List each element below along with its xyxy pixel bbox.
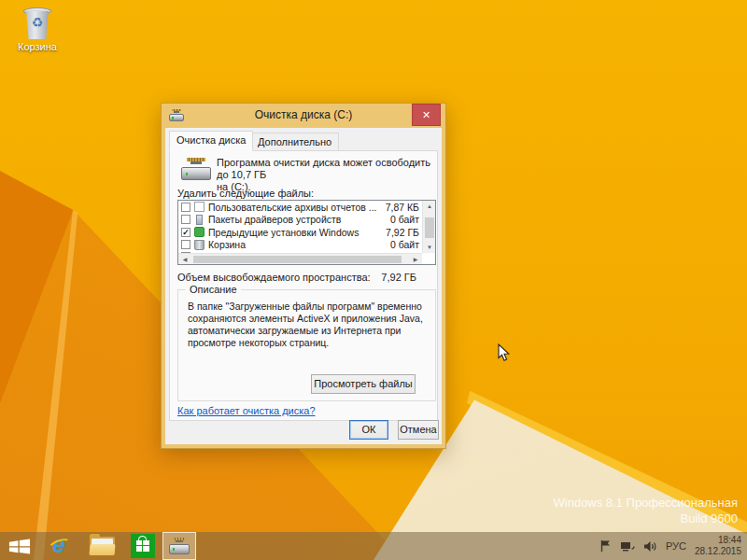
taskbar-clock[interactable]: 18:44 28.12.2015	[695, 535, 741, 557]
checkbox-checked[interactable]: ✓	[181, 228, 190, 237]
clock-time: 18:44	[695, 535, 741, 546]
checkbox-unchecked[interactable]	[181, 215, 190, 224]
cancel-button[interactable]: Отмена	[398, 420, 439, 440]
volume-icon[interactable]	[643, 540, 657, 553]
windows-logo-icon	[8, 538, 31, 555]
recycle-bin-label: Корзина	[15, 41, 60, 52]
checkbox-unchecked[interactable]	[181, 240, 190, 249]
taskbar: e	[0, 532, 747, 560]
file-category-size: 0 байт	[379, 214, 422, 225]
action-center-flag-icon[interactable]	[599, 539, 612, 553]
description-groupbox: Описание В папке "Загруженные файлы прог…	[177, 289, 436, 401]
tab-advanced[interactable]: Дополнительно	[250, 133, 339, 151]
horizontal-scroll-thumb[interactable]	[193, 256, 402, 263]
tab-disk-cleanup[interactable]: Очистка диска	[169, 131, 253, 151]
file-category-name: Пакеты драйверов устройств	[208, 214, 379, 225]
file-list-row[interactable]: Пользовательские архивы отчетов ...7,87 …	[178, 201, 422, 214]
network-icon[interactable]	[620, 540, 635, 553]
recycle-bin-icon	[194, 240, 204, 250]
disk-cleanup-hero-icon	[181, 158, 211, 182]
freed-space-value: 7,92 ГБ	[381, 272, 416, 283]
start-button[interactable]	[4, 532, 35, 560]
checkbox-unchecked[interactable]	[181, 203, 190, 212]
files-rows: Пользовательские архивы отчетов ...7,87 …	[178, 201, 422, 254]
close-icon: ✕	[422, 109, 430, 120]
file-category-size: 0 байт	[379, 239, 422, 250]
close-button[interactable]: ✕	[412, 104, 441, 126]
clock-date: 28.12.2015	[695, 546, 741, 557]
desktop-icon-recycle-bin[interactable]: ♻ Корзина	[15, 7, 60, 52]
disk-cleanup-taskbar-icon	[169, 538, 190, 555]
report-file-icon	[194, 202, 204, 212]
scroll-down-icon[interactable]: ▼	[423, 242, 436, 253]
internet-explorer-icon: e	[49, 534, 73, 558]
scroll-up-icon[interactable]: ▲	[423, 201, 436, 212]
taskbar-item-internet-explorer[interactable]: e	[45, 532, 77, 560]
files-to-delete-label: Удалить следующие файлы:	[177, 188, 314, 199]
windows-store-icon	[131, 534, 155, 558]
file-category-size: 7,92 ГБ	[379, 227, 422, 238]
file-list-row[interactable]: ✓Предыдущие установки Windows7,92 ГБ	[178, 226, 422, 239]
horizontal-scrollbar[interactable]: ◀ ▶	[178, 253, 422, 264]
dialog-title: Очистка диска (C:)	[162, 108, 445, 121]
driver-package-icon	[196, 215, 203, 225]
how-cleanup-works-link[interactable]: Как работает очистка диска?	[177, 405, 316, 416]
description-group-title: Описание	[186, 284, 241, 295]
file-list-row[interactable]: Корзина0 байт	[178, 239, 422, 252]
file-category-size: 7,87 КБ	[379, 202, 422, 213]
view-files-button[interactable]: Просмотреть файлы	[311, 374, 416, 394]
windows-install-icon	[194, 227, 204, 237]
file-explorer-icon	[90, 537, 115, 555]
taskbar-item-store[interactable]	[127, 532, 159, 560]
files-listbox[interactable]: Пользовательские архивы отчетов ...7,87 …	[177, 200, 436, 265]
language-indicator[interactable]: РУС	[666, 540, 686, 552]
tab-page-cleanup: Программа очистки диска может освободить…	[169, 150, 438, 421]
freed-space-label: Объем высвобождаемого пространства:	[177, 272, 371, 283]
recycle-bin-icon: ♻	[23, 7, 51, 39]
file-category-name: Предыдущие установки Windows	[208, 227, 379, 238]
ok-button[interactable]: ОК	[349, 420, 388, 440]
description-text: В папке "Загруженные файлы программ" вре…	[188, 301, 427, 349]
mouse-cursor	[498, 343, 511, 362]
vertical-scrollbar[interactable]: ▲ ▼	[422, 201, 435, 253]
scroll-left-icon[interactable]: ◀	[178, 254, 191, 265]
taskbar-item-file-explorer[interactable]	[86, 532, 118, 560]
system-tray: РУС 18:44 28.12.2015	[599, 535, 741, 557]
vertical-scroll-thumb[interactable]	[425, 217, 434, 238]
windows-build-watermark: Windows 8.1 Профессиональная Build 9600	[554, 495, 738, 526]
taskbar-item-disk-cleanup-active[interactable]	[162, 532, 196, 560]
file-category-name: Пользовательские архивы отчетов ...	[208, 202, 379, 213]
dialog-titlebar[interactable]: Очистка диска (C:) ✕	[162, 104, 445, 128]
disk-cleanup-dialog: Очистка диска (C:) ✕ Очистка диска Допол…	[161, 103, 446, 449]
file-category-name: Корзина	[208, 239, 379, 250]
dialog-client-area: Очистка диска Дополнительно Программа оч…	[165, 128, 442, 444]
scroll-right-icon[interactable]: ▶	[409, 254, 422, 265]
file-list-row[interactable]: Пакеты драйверов устройств0 байт	[178, 214, 422, 227]
